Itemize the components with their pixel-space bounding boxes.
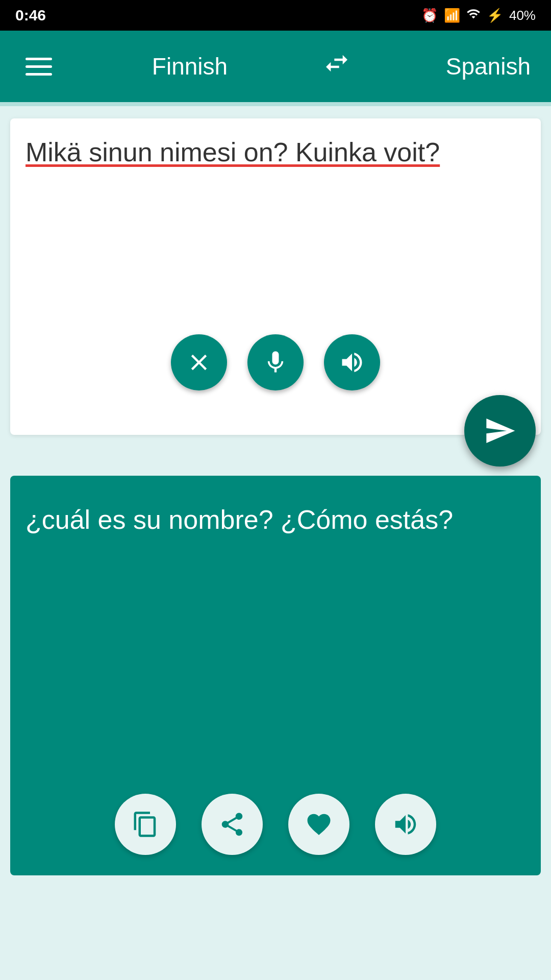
mic-button[interactable] <box>247 334 304 390</box>
clear-button[interactable] <box>171 334 227 390</box>
copy-button[interactable] <box>115 794 176 855</box>
swap-languages-button[interactable] <box>322 49 351 84</box>
share-button[interactable] <box>202 794 263 855</box>
signal-icon <box>466 7 481 24</box>
target-language-label[interactable]: Spanish <box>446 53 531 80</box>
source-panel: Mikä sinun nimesi on? Kuinka voit? <box>10 118 541 435</box>
translation-actions <box>26 794 525 855</box>
source-language-label[interactable]: Finnish <box>152 53 228 80</box>
app-bar: Finnish Spanish <box>0 31 551 102</box>
favorite-button[interactable] <box>288 794 349 855</box>
sim-icon: 📶 <box>444 8 460 23</box>
source-text[interactable]: Mikä sinun nimesi on? Kuinka voit? <box>26 134 525 171</box>
send-button[interactable] <box>464 395 536 467</box>
speaker-button[interactable] <box>324 334 380 390</box>
battery-icon: 40% <box>509 8 536 23</box>
charge-icon: ⚡ <box>487 8 503 23</box>
status-icons: ⏰ 📶 ⚡ 40% <box>421 7 536 24</box>
divider <box>0 102 551 106</box>
translated-text: ¿cuál es su nombre? ¿Cómo estás? <box>26 501 525 538</box>
source-actions <box>26 334 525 390</box>
menu-button[interactable] <box>20 53 57 81</box>
panels-wrapper: Mikä sinun nimesi on? Kuinka voit? <box>0 118 551 875</box>
translation-panel: ¿cuál es su nombre? ¿Cómo estás? <box>10 476 541 875</box>
status-bar: 0:46 ⏰ 📶 ⚡ 40% <box>0 0 551 31</box>
status-time: 0:46 <box>15 7 46 24</box>
alarm-icon: ⏰ <box>421 8 438 23</box>
speaker-button-translation[interactable] <box>375 794 436 855</box>
source-panel-wrapper: Mikä sinun nimesi on? Kuinka voit? <box>0 118 551 435</box>
